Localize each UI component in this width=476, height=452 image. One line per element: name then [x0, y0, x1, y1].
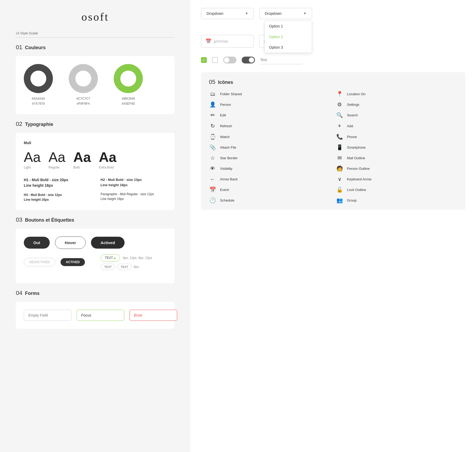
font-sample-regular: Aa Regular [49, 150, 66, 169]
color-codes-dark: #4A4A4A #7A7979 [32, 96, 45, 106]
refresh-icon: ↻ [209, 123, 216, 129]
smartphone-icon: 📱 [336, 144, 343, 150]
keyboard-arrow-icon: ∨ [336, 176, 343, 182]
attach-file-icon: 📎 [209, 144, 216, 150]
btn-actived[interactable]: Actived [91, 237, 124, 249]
typo-section: Muli Aa Light Aa Regular Aa Bold Aa Extr… [16, 133, 175, 210]
color-secondary-green: #A5EF60 [122, 101, 135, 106]
forms-num: 04 [16, 290, 22, 296]
checkbox-checked[interactable]: ✓ [201, 57, 207, 63]
btn-out[interactable]: Out [24, 237, 50, 249]
right-panel: Dropdown ▼ Dropdown ▼ Option 1 Option 2 … [190, 0, 476, 452]
toggle-on[interactable] [242, 57, 255, 63]
color-item-dark: #4A4A4A #7A7979 [24, 64, 53, 106]
colors-num: 01 [16, 44, 22, 51]
color-item-gray: #C7C7C7 #F8F9FA [69, 64, 98, 106]
badge-row-1: TEXT ▶ 4px, 12px, 4px, 12px [101, 254, 152, 262]
event-label: Event [220, 188, 229, 192]
person-label: Person [220, 103, 231, 107]
empty-field-input[interactable] [24, 310, 71, 321]
folder-shared-icon: 🗂 [209, 91, 216, 97]
font-aa-extrabold: Aa [99, 150, 116, 164]
font-aa-light: Aa [24, 150, 41, 164]
color-item-green: #88CB49 #A5EF60 [114, 64, 143, 106]
dropdown-option-1[interactable]: Option 1 [265, 21, 312, 31]
icon-folder-shared: 🗂 Folder Shared [209, 91, 331, 97]
font-name: Muli [24, 141, 167, 145]
form-inputs-row [24, 310, 167, 321]
error-field-input[interactable] [130, 310, 177, 321]
settings-icon: ⚙ [336, 101, 343, 108]
btn-section-header: 03 Boutons et Étiquettes [16, 216, 175, 223]
chevron-down-icon-2: ▼ [303, 12, 306, 15]
badge-spacing-label: 4px, 12px, 4px, 12px [123, 256, 152, 260]
schedule-label: Schedule [220, 198, 234, 202]
location-on-icon: 📍 [336, 91, 343, 97]
typo-specs: H1 - Muli Bold - size 20pxLine height 18… [24, 177, 167, 202]
chevron-down-icon: ▼ [245, 12, 248, 15]
text-field-input[interactable] [260, 56, 303, 64]
dropdown-option-2[interactable]: Option 2 [265, 31, 312, 42]
dropdown-menu: Option 1 Option 2 Option 3 [264, 21, 312, 53]
toggle-knob-off [224, 57, 229, 63]
datetime-row: 📅 jj/mm/aa 🕐 00:00 [201, 35, 465, 48]
typo-num: 02 [16, 121, 22, 127]
icon-star-border: ☆ Star Border [209, 155, 331, 161]
smartphone-label: Smartphone [347, 145, 366, 149]
color-primary-gray: #C7C7C7 [76, 96, 90, 101]
icon-arrow-back: ← Arrow Back [209, 176, 331, 182]
font-label-light: Light [24, 166, 31, 169]
btn-actived-sm[interactable]: ACTIVED [61, 258, 85, 266]
add-label: Add [347, 124, 353, 128]
colors-title: Couleurs [25, 45, 45, 51]
toggle-off[interactable] [223, 57, 236, 63]
btn-desactived[interactable]: DESACTIVED [24, 258, 55, 266]
dropdown-1[interactable]: Dropdown ▼ [201, 8, 254, 19]
icon-search: 🔍 Search [336, 112, 457, 118]
dropdown-2[interactable]: Dropdown ▼ [259, 8, 312, 19]
badge-text-1: TEXT ▶ [101, 254, 120, 262]
date-input[interactable]: 📅 jj/mm/aa [201, 35, 254, 48]
icon-mail-outline: ✉ Mail Outline [336, 155, 457, 161]
folder-shared-label: Folder Shared [220, 92, 242, 96]
font-label-regular: Regular [49, 166, 60, 169]
icon-add: + Add [336, 122, 457, 129]
color-codes-green: #88CB49 #A5EF60 [122, 96, 135, 106]
icones-title: Icônes [218, 80, 233, 85]
btn-row-main: Out Hover Actived [24, 236, 167, 249]
icon-person-outline: 🧑 Person Outline [336, 165, 457, 172]
lock-outline-label: Lock Outline [347, 188, 366, 192]
icon-watch: ⌚ Watch [209, 134, 331, 140]
icon-smartphone: 📱 Smartphone [336, 144, 457, 150]
icon-attach-file: 📎 Attach File [209, 144, 331, 150]
icon-refresh: ↻ Refresh [209, 122, 331, 129]
font-aa-bold: Aa [73, 150, 91, 164]
dropdown-option-3[interactable]: Option 3 [265, 42, 312, 53]
icon-event: 📅 Event [209, 186, 331, 193]
checkbox-unchecked[interactable] [212, 57, 218, 63]
icones-grid: 🗂 Folder Shared 📍 Location On 👤 Person ⚙… [209, 91, 457, 203]
font-sample-light: Aa Light [24, 150, 41, 169]
donut-dark [24, 64, 53, 93]
keyboard-arrow-label: Keyboard Arrow [347, 177, 372, 181]
icon-keyboard-arrow: ∨ Keyboard Arrow [336, 176, 457, 182]
btn-hover[interactable]: Hover [55, 236, 86, 249]
location-on-label: Location On [347, 92, 365, 96]
settings-label: Settings [347, 103, 359, 107]
divider [16, 37, 175, 38]
badge-group: TEXT ▶ 4px, 12px, 4px, 12px TEXT TEXT 8p… [101, 254, 152, 270]
person-outline-icon: 🧑 [336, 165, 343, 172]
icon-settings: ⚙ Settings [336, 101, 457, 108]
focus-field-input[interactable] [77, 310, 124, 321]
attach-file-label: Attach File [220, 145, 236, 149]
person-icon: 👤 [209, 101, 216, 108]
star-border-icon: ☆ [209, 155, 216, 161]
badge-label-1: TEXT [105, 256, 113, 260]
color-primary-green: #88CB49 [122, 96, 135, 101]
controls-row: ✓ [201, 56, 465, 64]
typo-section-header: 02 Typographie [16, 121, 175, 127]
refresh-label: Refresh [220, 124, 232, 128]
forms-section-header: 04 Forms [16, 290, 175, 296]
icon-person: 👤 Person [209, 101, 331, 108]
visibility-label: Visibility [220, 167, 232, 171]
